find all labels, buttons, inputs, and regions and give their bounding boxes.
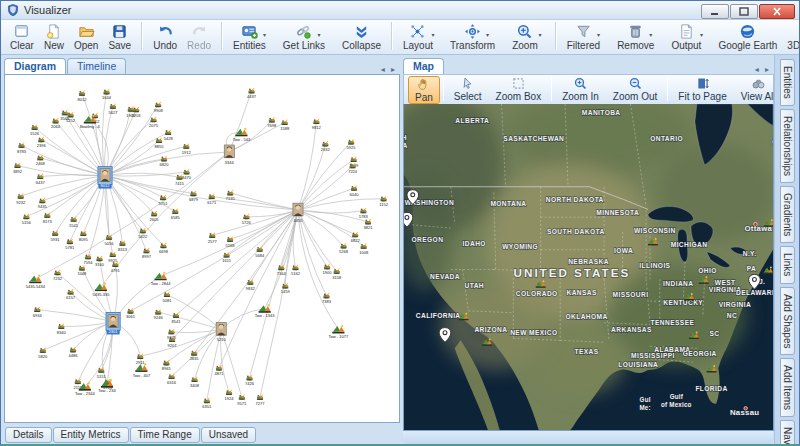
diagram-node[interactable]: 6698 — [159, 243, 169, 254]
diagram-node[interactable]: 9571 — [237, 394, 247, 405]
map-canvas[interactable]: ALBERTASASKATCHEWANMANITOBAONTARIOBRITIS… — [404, 104, 773, 430]
diagram-node[interactable]: 6934 — [33, 307, 43, 318]
tab-diagram[interactable]: Diagram — [4, 58, 66, 74]
diagram-node[interactable]: 8965 — [162, 360, 172, 371]
diagram-node-T6[interactable]: Tow - 543 — [233, 128, 251, 142]
diagram-node-T5[interactable]: Tow - 1077 — [329, 325, 350, 339]
diagram-node[interactable]: 5820 — [38, 347, 48, 358]
diagram-node[interactable]: 2396 — [37, 137, 47, 148]
toolbar-button-collapse[interactable]: Collapse — [337, 21, 386, 52]
diagram-node[interactable]: 1924 — [225, 390, 235, 401]
toolbar-button-layout[interactable]: Layout — [398, 21, 445, 52]
toolbar-button-transform[interactable]: Transform — [445, 21, 507, 52]
diagram-node[interactable]: 9908 — [154, 102, 164, 113]
map-button-select[interactable]: Select — [447, 76, 489, 102]
map-button-pan[interactable]: Pan — [408, 76, 440, 104]
diagram-node[interactable]: 9812 — [312, 119, 322, 130]
diagram-node[interactable]: 1912 — [182, 143, 192, 154]
diagram-node[interactable]: 5726 — [242, 214, 252, 225]
diagram-node[interactable]: 6437 — [36, 174, 46, 185]
diagram-node[interactable]: 8470 — [182, 169, 192, 180]
side-tab-gradients[interactable]: Gradients — [780, 186, 795, 243]
diagram-node[interactable]: 5428 — [164, 130, 174, 141]
diagram-node[interactable]: 1588 — [280, 120, 290, 131]
diagram-node[interactable]: 5081 — [162, 292, 172, 303]
diagram-node[interactable]: 6585 — [171, 208, 181, 219]
toolbar-button-open[interactable]: Open — [69, 21, 103, 52]
diagram-node[interactable]: 2605 — [150, 211, 160, 222]
diagram-node[interactable]: 1526 — [30, 124, 40, 135]
diagram-node[interactable]: 6171 — [207, 194, 217, 205]
bottom-tab-entity-metrics[interactable]: Entity Metrics — [53, 427, 129, 443]
toolbar-button-filtered[interactable]: Filtered — [562, 21, 612, 52]
side-tab-links[interactable]: Links — [780, 246, 795, 283]
side-tab-relationships[interactable]: Relationships — [780, 109, 795, 183]
toolbar-button-new[interactable]: New — [39, 21, 69, 52]
toolbar-button-google-earth[interactable]: Google Earth — [713, 21, 782, 52]
diagram-node[interactable]: 6820 — [160, 156, 170, 167]
diagram-node[interactable]: 2332 — [321, 141, 331, 152]
toolbar-button-redo[interactable]: Redo — [182, 21, 216, 52]
diagram-node[interactable]: 8340 — [57, 324, 67, 335]
diagram-node[interactable]: 8997 — [142, 248, 152, 259]
toolbar-button-3d-view[interactable]: 3D View — [782, 21, 800, 52]
diagram-person-D[interactable]: 5210 — [216, 322, 226, 342]
bottom-tab-unsaved[interactable]: Unsaved — [201, 427, 256, 443]
diagram-node[interactable]: 7383 — [322, 293, 332, 304]
side-tab-entities[interactable]: Entities — [780, 59, 795, 106]
diagram-node[interactable]: 4486 — [68, 347, 78, 358]
diagram-node[interactable]: 5703 — [132, 107, 142, 118]
diagram-node[interactable]: 1048 — [77, 265, 87, 276]
map-button-fit-to-page[interactable]: Fit to Page — [671, 76, 733, 102]
diagram-person-B[interactable]: 4455 — [293, 203, 303, 223]
bottom-tab-time-range[interactable]: Time Range — [130, 427, 200, 443]
diagram-node-T1[interactable]: Tow - 1343 — [255, 304, 276, 318]
diagram-node[interactable]: 5156 — [22, 214, 32, 225]
diagram-node[interactable]: 7698 — [267, 117, 277, 128]
diagram-node[interactable]: 1900 — [323, 264, 333, 275]
diagram-node[interactable]: 3892 — [13, 163, 23, 174]
diagram-node-T4[interactable]: Tow - 407 — [133, 363, 151, 377]
diagram-person-C[interactable]: 2301 — [106, 313, 120, 335]
toolbar-button-clear[interactable]: Clear — [5, 21, 39, 52]
map-button-zoom-in[interactable]: Zoom In — [555, 76, 606, 102]
diagram-node[interactable]: 6879 — [189, 191, 199, 202]
tab-scroll-arrows[interactable]: ◂ ▸ — [755, 65, 774, 74]
diagram-node[interactable]: 1541 — [69, 216, 79, 227]
diagram-node[interactable]: 8541 — [171, 312, 181, 323]
diagram-node[interactable]: 2075 — [149, 117, 159, 128]
diagram-node[interactable]: 5925 — [347, 139, 357, 150]
toolbar-button-remove[interactable]: Remove — [612, 21, 666, 52]
tab-map[interactable]: Map — [403, 58, 444, 74]
tab-timeline[interactable]: Timeline — [67, 58, 126, 74]
diagram-node[interactable]: 1008 — [359, 243, 369, 254]
diagram-node[interactable]: 8783 — [17, 142, 27, 153]
diagram-person-E[interactable]: 3344 — [224, 145, 234, 165]
side-tab-navigator[interactable]: Navigator — [780, 420, 795, 446]
toolbar-button-zoom[interactable]: Zoom — [507, 21, 550, 52]
map-button-zoom-box[interactable]: Zoom Box — [489, 76, 549, 102]
toolbar-button-entities[interactable]: Entities — [228, 21, 278, 52]
diagram-node[interactable]: 9246 — [154, 309, 164, 320]
diagram-node[interactable]: 7135 — [226, 190, 236, 201]
diagram-node[interactable]: 6040 — [350, 185, 360, 196]
diagram-node-T0[interactable]: Tow - 2844 — [151, 272, 172, 286]
toolbar-button-get-links[interactable]: Get Links — [278, 21, 337, 52]
close-button[interactable] — [759, 4, 795, 19]
diagram-node[interactable]: 5751 — [159, 195, 169, 206]
diagram-node[interactable]: 5268 — [339, 243, 349, 254]
diagram-node[interactable]: 4437 — [247, 88, 257, 99]
diagram-node[interactable]: 8173 — [43, 212, 53, 223]
diagram-node[interactable]: 3061 — [126, 308, 136, 319]
bottom-tab-details[interactable]: Details — [5, 427, 52, 443]
diagram-node[interactable]: 5162 — [291, 265, 301, 276]
map-button-zoom-out[interactable]: Zoom Out — [606, 76, 664, 102]
diagram-person-A[interactable]: 8012 — [98, 167, 112, 189]
minimize-button[interactable] — [701, 4, 729, 19]
diagram-node[interactable]: 1783 — [359, 208, 369, 219]
diagram-node-M0[interactable]: 5435-5434 — [26, 275, 46, 289]
diagram-node[interactable]: 9375 — [167, 329, 177, 340]
diagram-node-M1[interactable]: 5435-335 — [92, 283, 110, 297]
side-tab-add-shapes[interactable]: Add Shapes — [780, 287, 795, 356]
diagram-node[interactable]: 1152 — [379, 196, 388, 207]
